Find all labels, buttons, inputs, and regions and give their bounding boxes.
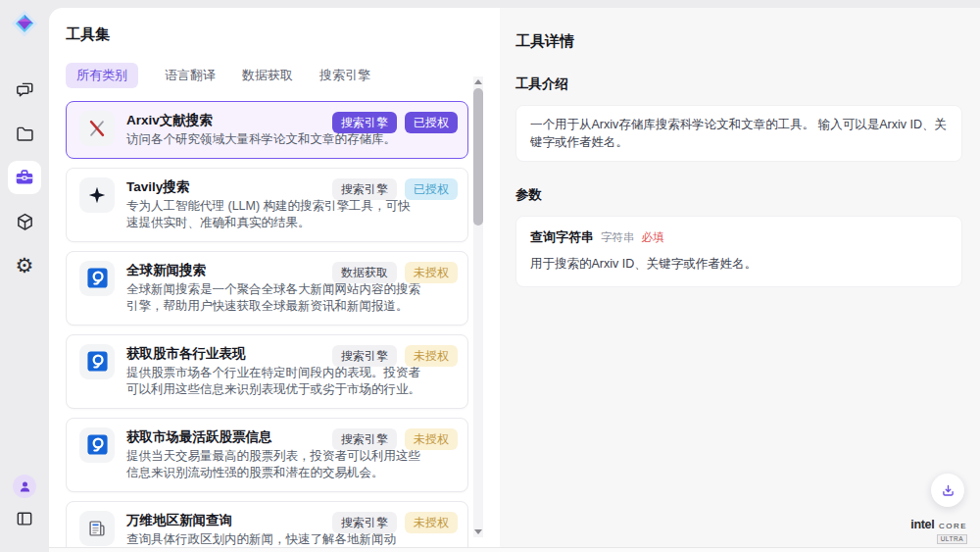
intro-heading: 工具介绍: [515, 75, 962, 93]
tab-data-acquisition[interactable]: 数据获取: [242, 67, 293, 84]
cube-icon[interactable]: [13, 210, 36, 233]
tool-category-badge: 搜索引擎: [332, 345, 397, 367]
settings-icon[interactable]: ⚙: [13, 254, 36, 277]
tool-auth-badge: 未授权: [405, 512, 458, 533]
tool-auth-badge: 未授权: [405, 345, 458, 367]
chat-icon[interactable]: [13, 77, 36, 101]
tool-category-badge: 数据获取: [332, 262, 397, 283]
tool-card[interactable]: Tavily搜索 专为人工智能代理 (LLM) 构建的搜索引擎工具，可快速提供实…: [66, 168, 468, 242]
juhe-icon: [79, 344, 115, 379]
intel-core-logo: intel core ultra: [910, 518, 967, 544]
sidebar-bottom: [13, 475, 36, 530]
param-type: 字符串: [601, 228, 635, 246]
tool-category-badge: 搜索引擎: [332, 178, 397, 200]
params-heading: 参数: [515, 186, 962, 204]
content-area: 工具集 所有类别 语言翻译 数据获取 搜索引擎 Arxiv文献搜索 访问各个研究…: [49, 8, 980, 547]
app-window: ⚙ 工具集 所有类别 语言翻译: [0, 0, 980, 552]
tool-auth-badge: 未授权: [405, 428, 458, 450]
scrollbar-thumb[interactable]: [473, 88, 483, 226]
page-title: 工具集: [66, 25, 500, 44]
tool-description: 提供当天交易量最高的股票列表，投资者可以利用这些信息来识别流动性强的股票和潜在的…: [126, 448, 420, 482]
bottom-strip: [49, 547, 980, 552]
app-logo-icon[interactable]: [10, 9, 39, 38]
core-brand-text: core: [939, 519, 967, 530]
scrollbar[interactable]: [473, 76, 483, 537]
tool-auth-badge: 已授权: [405, 178, 458, 200]
tool-auth-badge: 未授权: [405, 262, 458, 283]
category-tabs: 所有类别 语言翻译 数据获取 搜索引擎: [66, 63, 500, 88]
param-description: 用于搜索的Arxiv ID、关键字或作者姓名。: [530, 255, 948, 273]
scroll-up-icon[interactable]: [474, 79, 482, 84]
collapse-panel-icon[interactable]: [13, 507, 36, 530]
tool-description: 查询具体行政区划内的新闻，快速了解各地新闻动: [126, 531, 420, 548]
tool-card[interactable]: 获取市场最活跃股票信息 提供当天交易量最高的股票列表，投资者可以利用这些信息来识…: [66, 418, 468, 492]
tool-auth-badge: 已授权: [405, 112, 458, 133]
sidebar-nav: ⚙: [8, 77, 41, 277]
download-button[interactable]: [931, 474, 964, 507]
tool-details-panel: 工具详情 工具介绍 一个用于从Arxiv存储库搜索科学论文和文章的工具。 输入可…: [500, 8, 980, 547]
tool-description: 提供股票市场各个行业在特定时间段内的表现。投资者可以利用这些信息来识别表现优于或…: [126, 365, 420, 399]
scroll-down-icon[interactable]: [474, 529, 482, 534]
tab-language-translation[interactable]: 语言翻译: [165, 67, 216, 84]
tool-list-panel: 工具集 所有类别 语言翻译 数据获取 搜索引擎 Arxiv文献搜索 访问各个研究…: [49, 8, 500, 547]
news-icon: [79, 511, 115, 546]
tab-search-engine[interactable]: 搜索引擎: [319, 67, 370, 84]
tool-category-badge: 搜索引擎: [332, 428, 397, 450]
param-card: 查询字符串 字符串 必填 用于搜索的Arxiv ID、关键字或作者姓名。: [515, 216, 962, 287]
sidebar: ⚙: [0, 0, 49, 552]
user-avatar[interactable]: [13, 475, 36, 498]
ultra-badge: ultra: [937, 534, 967, 544]
tool-category-badge: 搜索引擎: [332, 112, 397, 133]
folder-icon[interactable]: [13, 122, 36, 145]
details-title: 工具详情: [515, 32, 962, 51]
param-header: 查询字符串 字符串 必填: [530, 228, 948, 246]
juhe-icon: [79, 427, 115, 463]
tool-card[interactable]: Arxiv文献搜索 访问各个研究领域大量科学论文和文章的存储库。 搜索引擎 已授…: [66, 101, 468, 159]
tool-card[interactable]: 获取股市各行业表现 提供股票市场各个行业在特定时间段内的表现。投资者可以利用这些…: [66, 334, 468, 409]
intel-brand-text: intel: [910, 518, 934, 531]
tool-card[interactable]: 万维地区新闻查询 查询具体行政区划内的新闻，快速了解各地新闻动 搜索引擎 未授权: [66, 501, 468, 548]
param-required-badge: 必填: [642, 228, 664, 246]
param-name: 查询字符串: [530, 228, 594, 246]
tool-description: 访问各个研究领域大量科学论文和文章的存储库。: [126, 131, 420, 149]
tool-description: 专为人工智能代理 (LLM) 构建的搜索引擎工具，可快速提供实时、准确和真实的结…: [126, 198, 420, 232]
juhe-icon: [79, 261, 115, 296]
tool-list: Arxiv文献搜索 访问各个研究领域大量科学论文和文章的存储库。 搜索引擎 已授…: [66, 101, 468, 547]
intro-card: 一个用于从Arxiv存储库搜索科学论文和文章的工具。 输入可以是Arxiv ID…: [515, 105, 962, 162]
tab-all-categories[interactable]: 所有类别: [66, 63, 138, 88]
tool-category-badge: 搜索引擎: [332, 512, 397, 533]
tavily-icon: [79, 177, 115, 213]
toolbox-icon[interactable]: [8, 161, 41, 194]
tool-description: 全球新闻搜索是一个聚合全球各大新闻网站内容的搜索引擎，帮助用户快速获取全球最新资…: [126, 281, 420, 316]
arxiv-icon: [79, 111, 115, 146]
intro-text: 一个用于从Arxiv存储库搜索科学论文和文章的工具。 输入可以是Arxiv ID…: [530, 118, 947, 149]
tool-card[interactable]: 全球新闻搜索 全球新闻搜索是一个聚合全球各大新闻网站内容的搜索引擎，帮助用户快速…: [66, 251, 468, 326]
